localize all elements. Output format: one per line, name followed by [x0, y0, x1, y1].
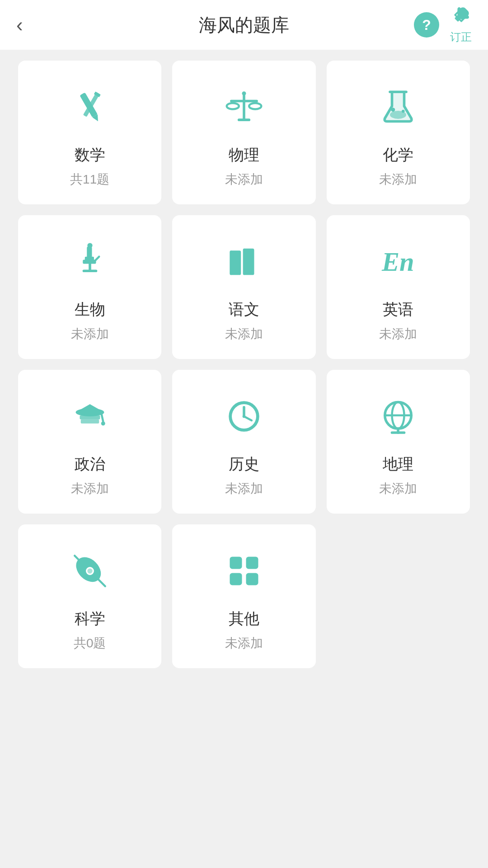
- page-title: 海风的题库: [199, 13, 289, 38]
- subject-count-english: 未添加: [379, 326, 417, 343]
- subject-count-math: 共11题: [70, 171, 109, 188]
- subject-count-physics: 未添加: [225, 171, 263, 188]
- correction-label: 订正: [450, 30, 472, 44]
- svg-rect-31: [80, 420, 99, 424]
- subject-name-history: 历史: [229, 454, 259, 475]
- svg-point-38: [243, 415, 246, 418]
- subject-card-biology[interactable]: 生物 未添加: [18, 215, 161, 359]
- biology-icon: [65, 237, 115, 287]
- svg-rect-16: [87, 246, 92, 258]
- subject-name-math: 数学: [75, 145, 105, 165]
- subject-name-science: 科学: [75, 609, 105, 629]
- svg-point-21: [87, 243, 92, 248]
- svg-rect-49: [230, 557, 242, 569]
- svg-line-48: [95, 576, 105, 586]
- subject-name-physics: 物理: [229, 145, 259, 165]
- geography-icon: [373, 392, 423, 441]
- subject-card-politics[interactable]: 政治 未添加: [18, 370, 161, 514]
- subject-count-biology: 未添加: [71, 326, 109, 343]
- correction-button[interactable]: 订正: [450, 5, 472, 44]
- svg-rect-50: [246, 557, 258, 569]
- subject-card-chemistry[interactable]: 化学 未添加: [327, 61, 470, 204]
- header-actions: ? 订正: [414, 5, 472, 44]
- subject-grid: 数学 共11题 物理 未添加: [0, 50, 488, 679]
- subject-card-chinese[interactable]: 语文 未添加: [172, 215, 315, 359]
- svg-rect-26: [243, 249, 246, 275]
- subject-card-science[interactable]: 科学 共0题: [18, 524, 161, 668]
- subject-name-chinese: 语文: [229, 299, 259, 320]
- subject-count-geography: 未添加: [379, 480, 417, 497]
- svg-rect-30: [80, 415, 100, 420]
- subject-name-english: 英语: [383, 299, 413, 320]
- subject-card-geography[interactable]: 地理 未添加: [327, 370, 470, 514]
- subject-card-english[interactable]: En 英语 未添加: [327, 215, 470, 359]
- chinese-icon: [219, 237, 269, 287]
- subject-card-history[interactable]: 历史 未添加: [172, 370, 315, 514]
- subject-card-physics[interactable]: 物理 未添加: [172, 61, 315, 204]
- subject-name-biology: 生物: [75, 299, 105, 320]
- svg-point-46: [87, 568, 92, 573]
- subject-card-other[interactable]: 其他 未添加: [172, 524, 315, 668]
- math-icon: [65, 82, 115, 132]
- svg-point-8: [249, 103, 261, 109]
- history-icon: [219, 392, 269, 441]
- subject-count-other: 未添加: [225, 635, 263, 652]
- help-button[interactable]: ?: [414, 12, 439, 38]
- subject-name-geography: 地理: [383, 454, 413, 475]
- subject-name-politics: 政治: [75, 454, 105, 475]
- physics-icon: [219, 82, 269, 132]
- subject-name-chemistry: 化学: [383, 145, 413, 165]
- header: ‹ 海风的题库 ? 订正: [0, 0, 488, 50]
- subject-count-science: 共0题: [74, 635, 106, 652]
- svg-rect-24: [230, 250, 232, 275]
- science-icon: [65, 546, 115, 596]
- svg-text:En: En: [381, 247, 414, 277]
- svg-point-7: [227, 103, 239, 109]
- svg-line-22: [95, 257, 99, 261]
- subject-card-math[interactable]: 数学 共11题: [18, 61, 161, 204]
- pin-icon: [451, 5, 471, 30]
- subject-count-chinese: 未添加: [225, 326, 263, 343]
- svg-point-6: [242, 91, 246, 95]
- subject-count-history: 未添加: [225, 480, 263, 497]
- subject-count-chemistry: 未添加: [379, 171, 417, 188]
- subject-name-other: 其他: [229, 609, 259, 629]
- politics-icon: [65, 392, 115, 441]
- english-icon: En: [373, 237, 423, 287]
- svg-point-14: [391, 108, 395, 112]
- subject-count-politics: 未添加: [71, 480, 109, 497]
- svg-rect-51: [230, 573, 242, 585]
- svg-point-33: [101, 421, 105, 425]
- back-button[interactable]: ‹: [16, 15, 23, 35]
- svg-point-15: [402, 110, 405, 113]
- chemistry-icon: [373, 82, 423, 132]
- svg-rect-52: [246, 573, 258, 585]
- other-icon: [219, 546, 269, 596]
